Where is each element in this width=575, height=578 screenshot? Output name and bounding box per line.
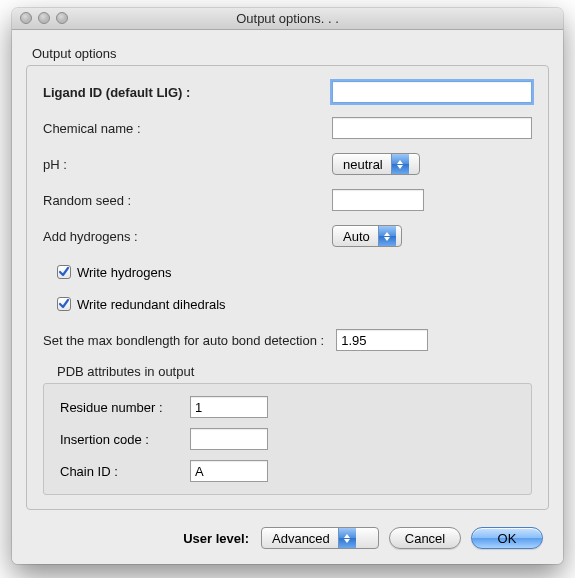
chemical-name-input[interactable] — [332, 117, 532, 139]
insertion-code-label: Insertion code : — [60, 432, 190, 447]
window-controls — [20, 12, 68, 24]
add-hydrogens-select[interactable]: Auto — [332, 225, 402, 247]
titlebar: Output options. . . — [12, 8, 563, 30]
pdb-attributes-group: Residue number : Insertion code : Chain … — [43, 383, 532, 495]
ph-label: pH : — [43, 157, 67, 172]
ph-select-value: neutral — [333, 157, 391, 172]
residue-number-label: Residue number : — [60, 400, 190, 415]
output-options-group: Ligand ID (default LIG) : Chemical name … — [26, 65, 549, 510]
write-hydrogens-label: Write hydrogens — [77, 265, 171, 280]
residue-number-input[interactable] — [190, 396, 268, 418]
user-level-value: Advanced — [262, 531, 338, 546]
close-window-button[interactable] — [20, 12, 32, 24]
checkbox-icon — [57, 265, 71, 279]
cancel-button[interactable]: Cancel — [389, 527, 461, 549]
updown-icon — [391, 154, 409, 174]
write-dihedrals-checkbox[interactable]: Write redundant dihedrals — [57, 297, 226, 312]
chemical-name-label: Chemical name : — [43, 121, 141, 136]
random-seed-label: Random seed : — [43, 193, 131, 208]
minimize-window-button[interactable] — [38, 12, 50, 24]
max-bondlength-label: Set the max bondlength for auto bond det… — [43, 333, 324, 348]
pdb-group-title: PDB attributes in output — [57, 364, 532, 379]
group-title: Output options — [32, 46, 549, 61]
user-level-label: User level: — [183, 531, 249, 546]
chain-id-input[interactable] — [190, 460, 268, 482]
chain-id-label: Chain ID : — [60, 464, 190, 479]
updown-icon — [338, 528, 356, 548]
add-hydrogens-label: Add hydrogens : — [43, 229, 138, 244]
zoom-window-button[interactable] — [56, 12, 68, 24]
dialog-window: Output options. . . Output options Ligan… — [12, 8, 563, 564]
add-hydrogens-value: Auto — [333, 229, 378, 244]
dialog-footer: User level: Advanced Cancel OK — [12, 516, 563, 564]
ligand-id-input[interactable] — [332, 81, 532, 103]
write-hydrogens-checkbox[interactable]: Write hydrogens — [57, 265, 171, 280]
dialog-content: Output options Ligand ID (default LIG) :… — [12, 30, 563, 510]
updown-icon — [378, 226, 396, 246]
write-dihedrals-label: Write redundant dihedrals — [77, 297, 226, 312]
checkbox-icon — [57, 297, 71, 311]
ph-select[interactable]: neutral — [332, 153, 420, 175]
insertion-code-input[interactable] — [190, 428, 268, 450]
ok-button[interactable]: OK — [471, 527, 543, 549]
random-seed-input[interactable] — [332, 189, 424, 211]
user-level-select[interactable]: Advanced — [261, 527, 379, 549]
ligand-id-label: Ligand ID (default LIG) : — [43, 85, 190, 100]
max-bondlength-input[interactable] — [336, 329, 428, 351]
window-title: Output options. . . — [236, 11, 339, 26]
